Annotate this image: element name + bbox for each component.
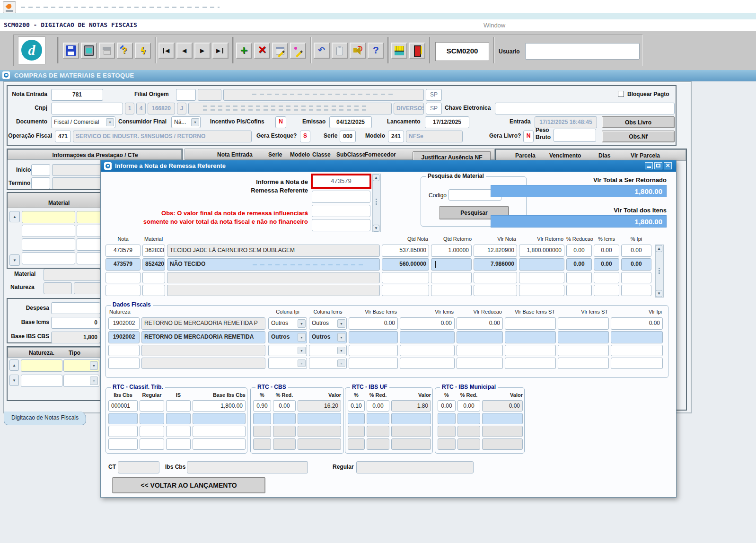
material-cell[interactable] bbox=[22, 211, 75, 223]
remessa-input-2[interactable] bbox=[312, 191, 370, 203]
grid-cell-pct-ipi[interactable]: 0.00 bbox=[621, 245, 651, 257]
ibs-cbs-field[interactable] bbox=[187, 461, 308, 473]
material-cell[interactable] bbox=[22, 225, 75, 237]
minimize-button[interactable] bbox=[645, 162, 653, 169]
rtc-cell[interactable] bbox=[166, 426, 191, 437]
view-button[interactable] bbox=[81, 43, 97, 59]
rtc-cell[interactable] bbox=[108, 438, 138, 450]
modelo-field[interactable]: 241 bbox=[388, 131, 404, 142]
chevron-down-icon[interactable]: ▼ bbox=[337, 347, 345, 354]
rtc-cell[interactable] bbox=[273, 413, 296, 424]
consumidor-final-select[interactable]: Nã... ▼ bbox=[171, 116, 201, 128]
df-cell[interactable] bbox=[611, 345, 663, 356]
base-icms-field[interactable]: 0 bbox=[51, 317, 100, 329]
gera-estoque-flag[interactable]: S bbox=[300, 131, 310, 142]
delete-record-button[interactable] bbox=[254, 43, 270, 59]
chevron-down-icon[interactable]: ▼ bbox=[90, 377, 98, 385]
print-button[interactable] bbox=[99, 43, 115, 59]
insert-record-button[interactable] bbox=[236, 43, 252, 59]
df-vlr-base-icms[interactable]: 0.00 bbox=[349, 317, 398, 330]
chevron-down-icon[interactable]: ▼ bbox=[298, 333, 306, 342]
grid-cell-qtd-nota[interactable]: 560.00000 bbox=[382, 258, 429, 271]
rtc-cell[interactable] bbox=[457, 413, 480, 424]
serie-field[interactable]: 000 bbox=[340, 131, 356, 142]
df-cell[interactable] bbox=[141, 358, 265, 369]
uf-fornecedor-field[interactable]: SP bbox=[426, 103, 442, 114]
chave-eletronica-field[interactable] bbox=[495, 103, 675, 114]
df-cell[interactable]: ▼ bbox=[268, 345, 307, 356]
df-cell[interactable]: ▼ bbox=[309, 345, 347, 356]
grid-cell-qtd-nota[interactable]: 537.85000 bbox=[382, 245, 429, 257]
remessa-input-highlighted[interactable]: 473579 bbox=[311, 174, 371, 189]
rtc-cell[interactable] bbox=[253, 413, 271, 424]
chevron-down-icon[interactable]: ▼ bbox=[90, 361, 98, 370]
chevron-down-icon[interactable]: ▼ bbox=[106, 118, 114, 126]
incentivo-flag[interactable]: N bbox=[275, 116, 286, 128]
edit-button[interactable] bbox=[290, 43, 306, 59]
termino-field1[interactable] bbox=[31, 177, 50, 189]
grid-cell-material[interactable]: 362833 bbox=[142, 245, 165, 257]
scroll-up-button[interactable]: ▲ bbox=[373, 174, 379, 181]
chevron-down-icon[interactable]: ▼ bbox=[298, 319, 306, 328]
grid-cell[interactable] bbox=[142, 272, 165, 283]
grid-cell-vlr-nota[interactable]: 12.820900 bbox=[474, 245, 517, 257]
peso-bruto-field[interactable] bbox=[554, 129, 596, 142]
tipo-cell[interactable]: ▼ bbox=[63, 359, 99, 372]
clipboard-button[interactable] bbox=[332, 43, 348, 59]
grid-cell-pct-ipi[interactable]: 0.00 bbox=[621, 258, 651, 271]
df-coluna-ipi-select[interactable]: Outros▼ bbox=[268, 317, 307, 330]
ct-field[interactable] bbox=[118, 461, 159, 473]
regular-field[interactable] bbox=[356, 461, 474, 473]
gera-livro-flag[interactable]: N bbox=[523, 131, 534, 142]
df-cell[interactable] bbox=[558, 358, 609, 369]
rtc-cell[interactable] bbox=[166, 438, 191, 450]
undo-button[interactable] bbox=[314, 43, 330, 59]
df-descricao[interactable]: RETORNO DE MERCADORIA REMETIDA bbox=[141, 331, 265, 343]
rtc-regular[interactable] bbox=[140, 400, 164, 412]
df-vlr-reducao[interactable] bbox=[457, 331, 503, 343]
alerts-button[interactable] bbox=[350, 43, 366, 59]
grid-cell[interactable] bbox=[105, 285, 141, 296]
tipo-cell[interactable]: ▼ bbox=[63, 375, 99, 387]
grid-cell[interactable] bbox=[594, 272, 619, 283]
df-cell[interactable] bbox=[349, 345, 398, 356]
df-vlr-icms[interactable] bbox=[400, 331, 455, 343]
scroll-up-button[interactable]: ▲ bbox=[9, 359, 19, 371]
df-cell[interactable] bbox=[505, 358, 556, 369]
df-cell[interactable] bbox=[349, 358, 398, 369]
remessa-input-4[interactable] bbox=[312, 219, 370, 231]
emissao-field[interactable]: 04/12/2025 bbox=[329, 116, 372, 128]
grid-cell[interactable] bbox=[621, 285, 651, 296]
df-cell[interactable]: ▼ bbox=[309, 358, 347, 369]
chevron-down-icon[interactable]: ▼ bbox=[191, 118, 199, 126]
df-cell[interactable] bbox=[558, 345, 609, 356]
help-edit-button[interactable] bbox=[117, 43, 133, 59]
df-vlr-icms[interactable]: 0.00 bbox=[400, 317, 455, 330]
scroll-down-button[interactable]: ▼ bbox=[656, 290, 662, 297]
grid-cell-material[interactable]: 852420 bbox=[142, 258, 165, 271]
df-cell[interactable] bbox=[611, 358, 663, 369]
chevron-down-icon[interactable]: ▼ bbox=[337, 359, 345, 367]
obs-livro-button[interactable]: Obs Livro bbox=[602, 116, 675, 128]
remessa-input-3[interactable] bbox=[312, 205, 370, 217]
rtc-is[interactable] bbox=[166, 400, 191, 412]
rtc-cell[interactable] bbox=[193, 438, 246, 450]
close-button[interactable]: ✕ bbox=[664, 162, 672, 169]
rtc-mun-pct[interactable]: 0.00 bbox=[438, 400, 456, 412]
rtc-cell[interactable] bbox=[140, 413, 164, 424]
grid-cell[interactable] bbox=[474, 285, 517, 296]
df-vlr-base-icms-st[interactable] bbox=[505, 331, 556, 343]
operacao-fiscal-field[interactable]: 471 bbox=[55, 131, 71, 142]
df-coluna-ipi-select[interactable]: Outros▼ bbox=[268, 331, 307, 343]
rtc-cbs-red[interactable]: 0.00 bbox=[273, 400, 296, 412]
material-cell[interactable] bbox=[22, 252, 75, 264]
tab-digitacao[interactable]: Digitacao de Notas Fiscais bbox=[4, 412, 86, 425]
chevron-down-icon[interactable]: ▼ bbox=[298, 359, 306, 367]
grid-cell-qtd-retorno[interactable] bbox=[431, 258, 472, 271]
grid-cell[interactable] bbox=[142, 285, 165, 296]
df-coluna-icms-select[interactable]: Outros▼ bbox=[309, 317, 347, 330]
menu-item-window[interactable]: Window bbox=[483, 22, 505, 29]
df-vlr-icms-st[interactable] bbox=[558, 317, 609, 330]
df-cell[interactable]: ▼ bbox=[268, 358, 307, 369]
bloquear-pagto-checkbox[interactable] bbox=[618, 91, 624, 97]
